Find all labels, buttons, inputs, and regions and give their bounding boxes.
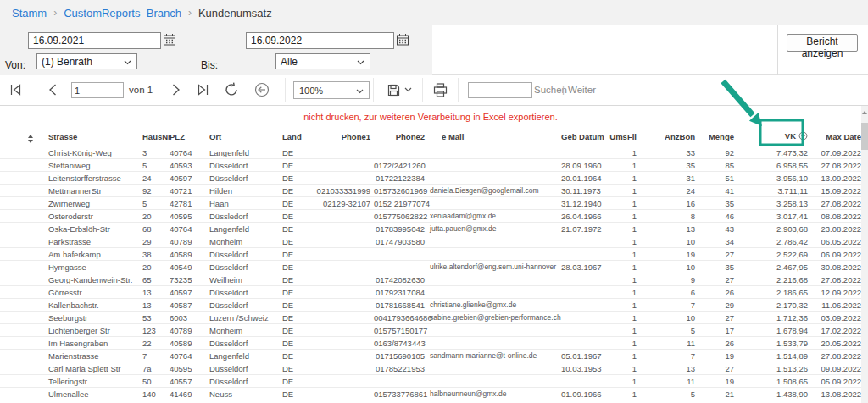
cell-anzbon: 10 [640, 235, 698, 248]
scroll-up-icon[interactable] [862, 111, 867, 114]
column-header-vk[interactable]: VK [737, 127, 811, 146]
cell-e-mail: daniela.Biesgen@googlemail.com [428, 185, 561, 197]
column-header-strasse[interactable]: Strasse [38, 127, 141, 146]
breadcrumb-link-stamm[interactable]: Stamm [12, 7, 47, 19]
parameter-panel: Von: Bis: Filiale: (1) Benrath [0, 25, 868, 75]
row-gutter [0, 146, 38, 159]
cell-phone1 [305, 223, 374, 235]
report-viewer-page: Stamm › CustomReports_Branch › Kundenums… [0, 0, 868, 403]
breadcrumb-link-customreports-branch[interactable]: CustomReports_Branch [64, 7, 181, 19]
last-page-button[interactable] [193, 80, 212, 99]
cell-geb-datum: 01.09.1966 [561, 388, 604, 400]
von-date-input[interactable] [28, 32, 161, 49]
cell-max-date: 13.09.2022 [811, 172, 865, 185]
column-header-umsfil[interactable]: UmsFil [604, 127, 640, 146]
cell-anzbon: 16 [640, 197, 698, 210]
cell-vk: 2.186,65 [737, 286, 811, 299]
column-header-e-mail[interactable]: e Mail [428, 127, 561, 146]
cell-strasse: Am haferkamp [38, 248, 141, 261]
column-header-hausnr[interactable]: HausNr [141, 127, 168, 146]
cell-geb-datum [561, 235, 604, 248]
bis-calendar-icon[interactable] [395, 32, 410, 47]
row-gutter [0, 299, 38, 312]
von-calendar-icon[interactable] [162, 32, 177, 47]
cell-strasse: Osteroderstr [38, 210, 141, 223]
cell-menge: 19 [698, 350, 737, 362]
refresh-button[interactable] [222, 80, 241, 99]
row-gutter [0, 388, 38, 400]
cell-max-date: 05.09.2022 [811, 375, 865, 388]
table-row: Seeburgstr536003Luzern /SchweizDE0041793… [0, 312, 865, 324]
cell-phone1 [305, 210, 374, 223]
table-row: Parkstrasse2940789MonheimDE0174790358011… [0, 235, 865, 248]
cell-land: DE [281, 210, 305, 223]
cell-max-date: 06.05.2022 [811, 235, 865, 248]
mindestumsatz-select[interactable]: Alle [275, 53, 370, 69]
cell-max-date: 03.09.2022 [811, 312, 865, 324]
column-header-phone1[interactable]: Phone1 [305, 127, 374, 146]
column-header-menge[interactable]: Menge [698, 127, 737, 146]
column-header-geb-datum[interactable]: Geb Datum [561, 127, 604, 146]
cell-e-mail [428, 248, 561, 261]
cell-ort: Haan [208, 197, 281, 210]
cell-phone1 [305, 248, 374, 261]
cell-menge: 17 [698, 324, 737, 337]
first-page-button[interactable] [7, 80, 25, 99]
row-gutter [0, 312, 38, 324]
cell-ort: Düsseldorf [208, 172, 281, 185]
cell-plz: 40593 [168, 159, 208, 172]
previous-page-button[interactable] [44, 80, 63, 99]
search-input[interactable] [468, 82, 532, 98]
bis-date-input[interactable] [246, 32, 394, 49]
table-row: Leitenstorfferstrasse2440597DüsseldorfDE… [0, 172, 865, 185]
print-button[interactable] [431, 80, 449, 99]
column-header-max-date[interactable]: Max Date [811, 127, 865, 146]
cell-geb-datum: 20.01.1964 [561, 172, 604, 185]
table-row: Georg-Kandenwein-Str.6573235WeilheimDE01… [0, 273, 865, 286]
bericht-anzeigen-button[interactable]: Bericht anzeigen [787, 34, 858, 52]
row-gutter-header[interactable] [0, 127, 38, 146]
save-export-button[interactable] [383, 81, 415, 98]
cell-ort: Düsseldorf [208, 362, 281, 375]
cell-land: DE [281, 362, 305, 375]
column-header-ort[interactable]: Ort [208, 127, 281, 146]
column-header-land[interactable]: Land [281, 127, 305, 146]
column-header-anzbon[interactable]: AnzBon [640, 127, 698, 146]
sort-indicator-icon[interactable] [798, 133, 808, 142]
page-count-label: von 1 [129, 75, 153, 106]
sort-both-icon[interactable] [28, 135, 33, 143]
cell-strasse: Parkstrasse [38, 235, 141, 248]
column-header-plz[interactable]: PLZ [168, 127, 208, 146]
cell-umsfil: 1 [604, 312, 640, 324]
cell-plz: 40764 [168, 223, 208, 235]
cell-phone1 [305, 235, 374, 248]
vertical-scrollbar[interactable] [861, 106, 868, 403]
cell-umsfil: 1 [604, 299, 640, 312]
cell-hausnr: 20 [141, 210, 168, 223]
column-header-label: Max Date [826, 132, 861, 141]
cell-max-date: 27.08.2022 [811, 159, 865, 172]
cell-phone1 [305, 273, 374, 286]
cell-phone2: 01792317084 [374, 286, 428, 299]
cell-hausnr: 24 [141, 172, 168, 185]
column-header-phone2[interactable]: Phone2 [374, 127, 428, 146]
table-row: Zwirnerweg542781HaanDE02129-321070152 21… [0, 197, 865, 210]
toolbar-separator [373, 78, 374, 102]
search-next-button[interactable]: Weiter [568, 75, 596, 106]
cell-phone1 [305, 172, 374, 185]
scrollbar-thumb[interactable] [861, 123, 868, 150]
next-page-button[interactable] [166, 80, 185, 99]
cell-strasse: MettmannerStr [38, 185, 141, 197]
cell-geb-datum: 05.01.1967 [561, 350, 604, 362]
back-to-parent-report-button[interactable] [253, 80, 271, 99]
cell-umsfil: 1 [604, 375, 640, 388]
filiale-select[interactable]: (1) Benrath [36, 53, 137, 69]
cell-strasse: Hymgasse [38, 261, 141, 273]
cell-anzbon: 11 [640, 375, 698, 388]
page-number-input[interactable] [71, 82, 124, 98]
cell-max-date: 13.08.2022 [811, 388, 865, 400]
breadcrumb-current-kundenumsatz: Kundenumsatz [198, 7, 272, 19]
zoom-select[interactable]: 100% [293, 81, 370, 99]
report-body: nicht drucken, zur weiteren Verarbeitung… [0, 106, 868, 403]
mindestumsatz-selected-value: Alle [281, 56, 298, 68]
